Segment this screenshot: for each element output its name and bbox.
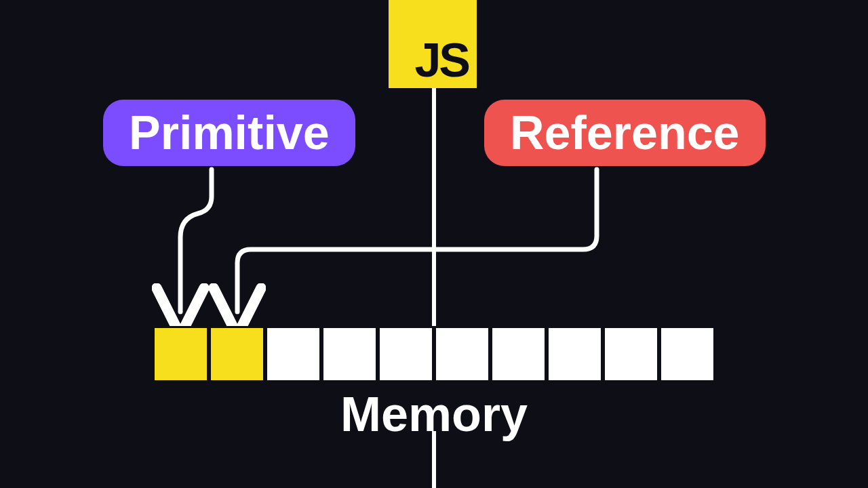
primitive-label: Primitive — [129, 106, 330, 159]
memory-cell-9 — [659, 326, 715, 382]
memory-cell-5 — [434, 326, 490, 382]
reference-pill: Reference — [484, 100, 766, 166]
memory-cell-4 — [378, 326, 434, 382]
primitive-pill: Primitive — [103, 100, 355, 166]
memory-cell-1 — [209, 326, 265, 382]
js-badge-label: JS — [414, 37, 469, 84]
js-badge: JS — [389, 0, 477, 88]
memory-cell-3 — [321, 326, 378, 382]
reference-arrow — [237, 169, 597, 312]
center-connector-bottom — [432, 431, 436, 488]
center-connector-top — [432, 88, 436, 326]
memory-cells — [153, 326, 715, 382]
memory-cell-0 — [153, 326, 209, 382]
memory-cell-2 — [265, 326, 321, 382]
memory-cell-8 — [603, 326, 659, 382]
reference-label: Reference — [510, 106, 740, 159]
memory-cell-7 — [547, 326, 603, 382]
primitive-arrow — [180, 169, 212, 312]
memory-cell-6 — [490, 326, 547, 382]
